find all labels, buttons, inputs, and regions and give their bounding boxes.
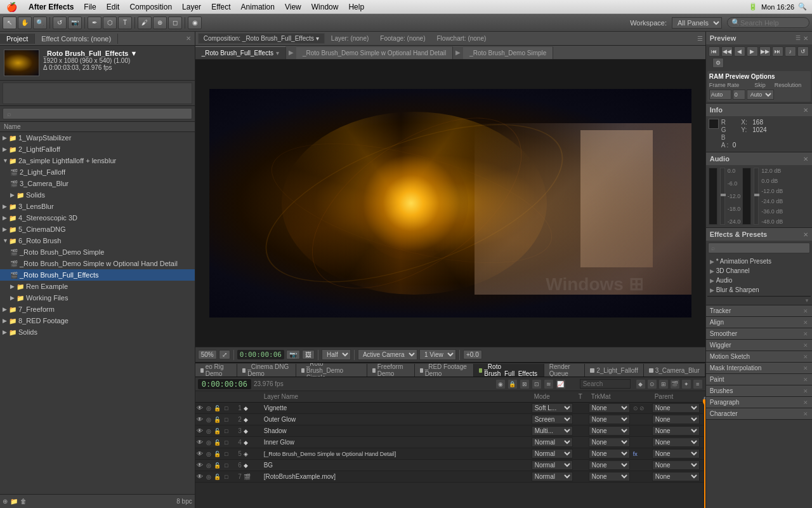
list-item[interactable]: ▶📁 7_Freeform [0,304,195,315]
layer-parent-1[interactable]: None [652,403,703,413]
project-search[interactable] [0,106,195,122]
footage-label[interactable]: Footage: (none) [375,34,430,43]
layer-visibility-3[interactable]: 👁 [195,427,204,436]
timeline-search-input[interactable] [580,379,631,389]
parent-select-5[interactable]: None [652,449,700,458]
layer-parent-6[interactable]: None [652,460,703,470]
layer-mode-4[interactable]: Normal [532,438,576,447]
apple-logo-icon[interactable]: 🍎 [0,2,23,12]
layer-solo-1[interactable]: ◎ [204,404,213,413]
layer-trk-7[interactable]: None [589,472,633,481]
audio-close-btn[interactable]: ✕ [803,156,808,163]
hand-tool[interactable]: ✋ [18,17,32,29]
trk-select-1[interactable]: None [589,403,630,413]
show-snapshot-btn[interactable]: 🖼 [302,350,315,359]
parent-select-2[interactable]: None [652,415,700,424]
audio-fader-left[interactable] [720,168,725,225]
tab-project[interactable]: Project [0,34,35,44]
plus-value-btn[interactable]: +0.0 [463,350,482,359]
list-item[interactable]: 🎬 2_Light_Falloff [0,166,195,178]
mode-select-3[interactable]: Multi... [532,426,573,436]
character-close[interactable]: ✕ [803,411,808,417]
layer-name-5[interactable]: [_Roto Brush_Demo Simple w Optional Hand… [264,451,532,457]
project-search-input[interactable] [3,108,192,119]
tl-tab-red-footage[interactable]: _RED Footage Demo [415,364,474,377]
timeline-playhead[interactable] [704,403,705,508]
list-item[interactable]: ▶📁 Solids [0,326,195,338]
text-tool[interactable]: T [118,17,132,29]
info-close-btn[interactable]: ✕ [803,107,808,114]
parent-select-7[interactable]: None [652,472,700,481]
flowchart-label[interactable]: Flowchart: (none) [431,34,491,43]
camera-view-select[interactable]: Active Camera [358,349,417,360]
layer-name-6[interactable]: BG [264,462,532,469]
layer-mode-3[interactable]: Multi... [532,426,576,436]
folder-btn[interactable]: 📁 [10,498,18,505]
layer-visibility-7[interactable]: 👁 [195,472,204,481]
layer-label[interactable]: Layer: (none) [326,34,374,43]
preview-play-btn[interactable]: ▶ [747,46,758,57]
tl-tab-freeform[interactable]: Freeform Demo [367,364,415,377]
menu-after-effects[interactable]: After Effects [23,0,79,14]
trk-select-2[interactable]: None [589,415,630,424]
layer-collapse-3[interactable]: □ [222,427,231,436]
preview-section-header[interactable]: Preview ☰ ✕ [706,32,812,44]
smoother-close[interactable]: ✕ [803,331,808,337]
project-panel-close[interactable]: ✕ [182,35,195,42]
parent-select-3[interactable]: None [652,426,700,436]
list-item-selected[interactable]: 🎬 _Roto Brush_Full_Effects [0,269,195,281]
unified-camera-tool[interactable]: 📷 [68,17,82,29]
effects-search[interactable] [706,241,812,255]
motion-sketch-close[interactable]: ✕ [803,354,808,360]
smoother-section-header[interactable]: Smoother ✕ [706,328,812,340]
paint-section-header[interactable]: Paint ✕ [706,374,812,385]
tl-tab-camera-blur[interactable]: 3_Camera_Blur [644,364,705,377]
tl-frame-blend-btn[interactable]: ⊡ [532,379,542,389]
tl-lock-btn[interactable]: 🔒 [508,379,518,389]
layer-solo-6[interactable]: ◎ [204,461,213,470]
list-item[interactable]: ▶📁 4_Stereoscopic 3D [0,212,195,224]
preview-prev-frame-btn[interactable]: ◀◀ [721,46,733,57]
menu-window[interactable]: Window [306,0,344,14]
tab-effect-controls[interactable]: Effect Controls: (none) [35,34,118,44]
pen-tool[interactable]: ✒ [88,17,102,29]
brushes-close[interactable]: ✕ [803,388,808,394]
fx-item-audio[interactable]: ▶ Audio [707,276,811,285]
menu-help[interactable]: Help [343,0,369,14]
frame-rate-input[interactable] [709,90,731,100]
list-item[interactable]: ▼📁 2a_simple Lightfalloff + lensblur [0,155,195,166]
layer-collapse-5[interactable]: □ [222,450,231,458]
wiggler-section-header[interactable]: Wiggler ✕ [706,340,812,351]
layer-name-1[interactable]: Vignette [264,404,532,411]
mask-interp-section-header[interactable]: Mask Interpolation ✕ [706,363,812,374]
effects-presets-header[interactable]: Effects & Presets ✕ [706,228,812,241]
mask-feather-tool[interactable]: ⬡ [103,17,117,29]
preview-loop-btn[interactable]: ↺ [797,46,809,57]
preview-first-frame-btn[interactable]: ⏮ [709,46,720,57]
list-item[interactable]: 🎬 _Roto Brush_Demo Simple [0,246,195,258]
comp-tab-active[interactable]: _Roto Brush_Full_Effects ▾ [195,46,286,59]
layer-solo-7[interactable]: ◎ [204,472,213,481]
brush-tool[interactable]: 🖌 [138,17,152,29]
layer-mode-7[interactable]: Normal [532,472,576,481]
layer-mode-2[interactable]: Screen [532,415,576,424]
list-item[interactable]: 🎬 3_Camera_Blur [0,178,195,189]
layer-visibility-5[interactable]: 👁 [195,450,204,458]
layer-parent-4[interactable]: None [652,438,703,447]
tl-tab-rig-demo[interactable]: eo Rig Demo [195,364,237,377]
layer-visibility-4[interactable]: 👁 [195,438,204,447]
character-section-header[interactable]: Character ✕ [706,408,812,420]
layer-trk-4[interactable]: None [589,438,633,447]
skip-input[interactable] [733,90,745,100]
list-item[interactable]: ▶📁 5_CinemaDNG [0,224,195,235]
trk-select-6[interactable]: None [589,460,630,470]
workspace-select[interactable]: All Panels [672,17,722,29]
layer-lock-1[interactable]: 🔓 [213,404,222,413]
layer-lock-6[interactable]: 🔓 [213,461,222,470]
brushes-section-header[interactable]: Brushes ✕ [706,385,812,397]
tl-add-marker-btn[interactable]: ◆ [636,379,646,389]
fx-item-3d-channel[interactable]: ▶ 3D Channel [707,266,811,276]
trk-select-4[interactable]: None [589,438,630,447]
tl-layer-btn[interactable]: ⊞ [658,379,669,389]
parent-select-1[interactable]: None [652,403,700,413]
